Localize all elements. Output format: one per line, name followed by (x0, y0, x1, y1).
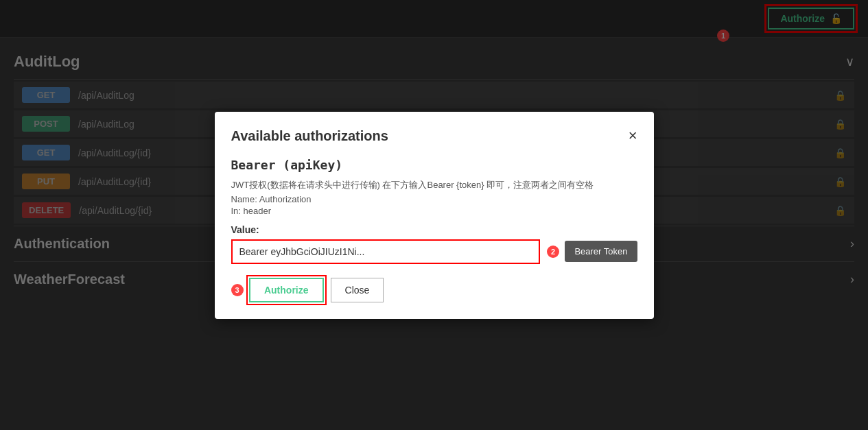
modal-authorize-button[interactable]: Authorize (249, 278, 324, 302)
badge-3: 3 (231, 284, 244, 296)
authorizations-modal: Available authorizations × Bearer (apiKe… (215, 112, 654, 319)
modal-close-button[interactable]: × (629, 128, 637, 143)
value-row: 2 Bearer Token (231, 239, 637, 264)
bearer-name: Name: Authorization (231, 194, 637, 204)
bearer-in: In: header (231, 206, 637, 216)
modal-overlay: Available authorizations × Bearer (apiKe… (0, 0, 868, 430)
value-label: Value: (231, 224, 637, 235)
bearer-description: JWT授权(数据将在请求头中进行传输) 在下方输入Bearer {token} … (231, 179, 637, 191)
bearer-title: Bearer (apiKey) (231, 158, 637, 172)
badge-2: 2 (547, 246, 559, 258)
modal-title: Available authorizations (231, 128, 388, 144)
bearer-token-button[interactable]: Bearer Token (565, 241, 637, 262)
modal-footer: 3 Authorize Close (231, 278, 637, 302)
value-input[interactable] (231, 239, 540, 264)
modal-close-btn[interactable]: Close (331, 278, 384, 302)
modal-header: Available authorizations × (231, 128, 637, 144)
